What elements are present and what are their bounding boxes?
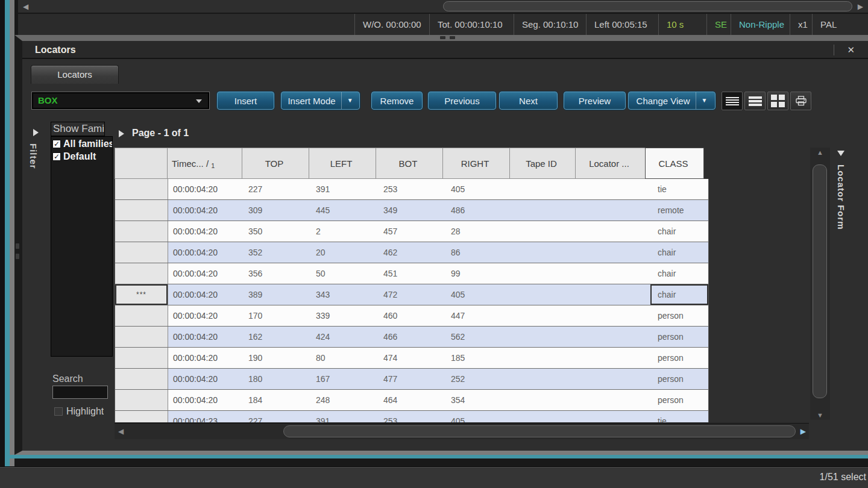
row-marker-cell[interactable] bbox=[115, 200, 168, 221]
row-marker-cell[interactable] bbox=[115, 369, 168, 389]
scroll-up-icon[interactable]: ▲ bbox=[810, 149, 830, 156]
row-marker-cell[interactable]: *** bbox=[115, 284, 168, 305]
print-button[interactable] bbox=[790, 92, 811, 110]
show-family-label[interactable]: Show Family bbox=[51, 122, 105, 136]
top-cell[interactable]: 184 bbox=[244, 390, 311, 410]
window-left-grip[interactable] bbox=[16, 243, 19, 259]
column-header[interactable]: Locator ... bbox=[575, 148, 646, 179]
bot-cell[interactable]: 464 bbox=[379, 390, 446, 410]
left-cell[interactable]: 391 bbox=[311, 411, 379, 422]
window-top-grip[interactable] bbox=[440, 36, 455, 39]
preview-button[interactable]: Preview bbox=[564, 92, 626, 110]
top-cell[interactable]: 162 bbox=[244, 327, 311, 347]
bot-cell[interactable]: 466 bbox=[379, 327, 446, 347]
insert-button[interactable]: Insert bbox=[217, 92, 274, 110]
table-row[interactable]: 00:00:04:20 350 2 457 28 chair bbox=[115, 221, 709, 242]
locator-cell[interactable] bbox=[580, 200, 650, 221]
timecode-cell[interactable]: 00:00:04:20 bbox=[168, 284, 244, 305]
top-cell[interactable]: 356 bbox=[244, 263, 311, 284]
class-cell[interactable]: remote bbox=[650, 200, 708, 221]
left-cell[interactable]: 445 bbox=[311, 200, 379, 221]
top-cell[interactable]: 350 bbox=[244, 221, 311, 242]
bot-cell[interactable]: 460 bbox=[379, 305, 446, 326]
row-marker-cell[interactable] bbox=[115, 348, 168, 368]
detail-view-button[interactable] bbox=[744, 92, 766, 110]
right-cell[interactable]: 447 bbox=[446, 305, 514, 326]
table-row[interactable]: 00:00:04:20 162 424 466 562 person bbox=[115, 327, 709, 348]
remove-button[interactable]: Remove bbox=[371, 92, 423, 110]
list-view-button[interactable] bbox=[722, 92, 743, 110]
column-header[interactable]: TOP bbox=[242, 148, 309, 179]
bot-cell[interactable]: 477 bbox=[379, 369, 446, 389]
timecode-cell[interactable]: 00:00:04:20 bbox=[168, 200, 244, 221]
top-cell[interactable]: 227 bbox=[244, 179, 311, 199]
filter-rail-tab[interactable]: Filter bbox=[28, 143, 39, 169]
checkbox-checked-icon[interactable]: ✓ bbox=[52, 152, 61, 161]
table-vscrollbar-thumb[interactable] bbox=[813, 164, 827, 398]
close-icon[interactable]: ✕ bbox=[847, 41, 855, 59]
top-cell[interactable]: 227 bbox=[244, 411, 311, 422]
top-cell[interactable]: 352 bbox=[244, 242, 311, 263]
locator-cell[interactable] bbox=[580, 411, 650, 422]
timecode-cell[interactable]: 00:00:04:20 bbox=[168, 390, 244, 410]
timeline-scrollbar-thumb[interactable] bbox=[443, 1, 852, 11]
timecode-cell[interactable]: 00:00:04:20 bbox=[168, 221, 244, 242]
column-header[interactable]: Timec... /1 bbox=[167, 148, 242, 179]
se-toggle[interactable]: SE bbox=[706, 14, 731, 35]
left-cell[interactable]: 391 bbox=[311, 179, 379, 199]
locator-form-rail-tab[interactable]: Locator Form bbox=[836, 164, 846, 230]
timecode-cell[interactable]: 00:00:04:20 bbox=[168, 305, 244, 326]
tape-id-cell[interactable] bbox=[514, 390, 580, 410]
tape-id-cell[interactable] bbox=[514, 411, 580, 422]
locator-cell[interactable] bbox=[580, 221, 650, 242]
family-item-all[interactable]: ✓ All families bbox=[51, 137, 112, 149]
left-cell[interactable]: 2 bbox=[311, 221, 379, 242]
timeline-horizontal-scrollbar[interactable]: ◀ ▶ bbox=[18, 0, 868, 13]
column-header[interactable]: LEFT bbox=[309, 148, 376, 179]
timecode-cell[interactable]: 00:00:04:23 bbox=[168, 411, 244, 422]
timecode-cell[interactable]: 00:00:04:20 bbox=[168, 348, 244, 368]
left-cell[interactable]: 339 bbox=[311, 305, 379, 326]
window-titlebar[interactable]: Locators ✕ bbox=[22, 41, 868, 59]
row-marker-cell[interactable] bbox=[115, 305, 168, 326]
timecode-cell[interactable]: 00:00:04:20 bbox=[168, 242, 244, 263]
right-cell[interactable]: 86 bbox=[446, 242, 514, 263]
class-cell[interactable]: chair bbox=[650, 263, 708, 284]
class-cell[interactable]: tie bbox=[650, 411, 708, 422]
row-marker-cell[interactable] bbox=[115, 263, 168, 284]
preset-dropdown[interactable]: BOX bbox=[31, 92, 210, 110]
column-header[interactable]: CLASS bbox=[645, 148, 704, 179]
left-cell[interactable]: 80 bbox=[311, 348, 379, 368]
class-cell[interactable]: person bbox=[650, 390, 708, 410]
class-cell[interactable]: person bbox=[650, 369, 708, 389]
right-cell[interactable]: 252 bbox=[446, 369, 514, 389]
row-marker-cell[interactable] bbox=[115, 221, 168, 242]
left-cell[interactable]: 424 bbox=[311, 327, 379, 347]
left-cell[interactable]: 343 bbox=[311, 284, 379, 305]
right-cell[interactable]: 354 bbox=[446, 390, 514, 410]
tape-id-cell[interactable] bbox=[514, 200, 580, 221]
table-row[interactable]: *** 00:00:04:20 389 343 472 405 chair bbox=[115, 284, 709, 305]
row-marker-cell[interactable] bbox=[115, 390, 168, 410]
class-cell[interactable]: chair bbox=[650, 221, 708, 242]
tape-id-cell[interactable] bbox=[514, 284, 580, 305]
family-item-default[interactable]: ✓ Default bbox=[51, 149, 112, 162]
top-cell[interactable]: 309 bbox=[244, 200, 311, 221]
right-cell[interactable]: 28 bbox=[446, 221, 514, 242]
locator-cell[interactable] bbox=[580, 179, 650, 199]
tape-id-cell[interactable] bbox=[514, 242, 580, 263]
table-row[interactable]: 00:00:04:20 352 20 462 86 chair bbox=[115, 242, 709, 263]
speed-indicator[interactable]: x1 bbox=[790, 14, 812, 35]
right-cell[interactable]: 405 bbox=[446, 179, 514, 199]
scroll-left-icon[interactable]: ◀ bbox=[118, 424, 124, 440]
table-row[interactable]: 00:00:04:20 184 248 464 354 person bbox=[115, 390, 709, 411]
table-hscrollbar-thumb[interactable] bbox=[283, 425, 796, 437]
left-cell[interactable]: 248 bbox=[311, 390, 379, 410]
scroll-right-icon[interactable]: ▶ bbox=[800, 424, 806, 440]
row-marker-cell[interactable] bbox=[115, 179, 168, 199]
table-vertical-scrollbar[interactable]: ▲ ▼ bbox=[810, 148, 830, 420]
table-row[interactable]: 00:00:04:20 309 445 349 486 remote bbox=[115, 200, 709, 221]
locator-cell[interactable] bbox=[580, 327, 650, 347]
scroll-right-icon[interactable]: ▶ bbox=[858, 0, 863, 13]
insert-mode-button[interactable]: Insert Mode▼ bbox=[281, 92, 360, 110]
